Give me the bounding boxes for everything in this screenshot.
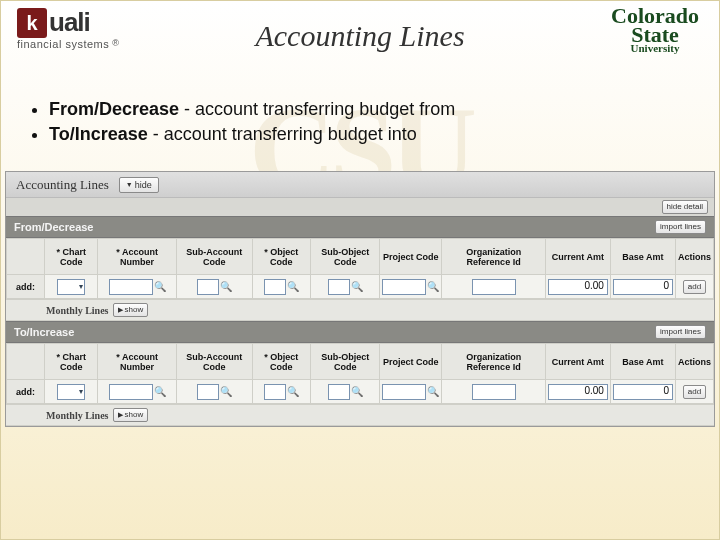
accounting-lines-panel: Accounting Lines ▼hide hide detail From/… (5, 171, 715, 427)
col-chart-code: * Chart Code (45, 344, 98, 380)
col-current-amt: Current Amt (545, 344, 610, 380)
sub-object-input[interactable] (328, 384, 350, 400)
header: k uali financial systems ® Accounting Li… (1, 1, 719, 71)
col-account-number: * Account Number (98, 239, 176, 275)
project-code-input[interactable] (382, 279, 426, 295)
col-sub-account: Sub-Account Code (176, 344, 252, 380)
chevron-right-icon: ▶ (118, 409, 123, 421)
col-sub-object: Sub-Object Code (311, 344, 380, 380)
slide: k uali financial systems ® Accounting Li… (0, 0, 720, 540)
section-from-decrease: From/Decrease import lines (6, 216, 714, 238)
section-title: From/Decrease (14, 221, 94, 233)
row-label-header (7, 344, 45, 380)
to-table: * Chart Code * Account Number Sub-Accoun… (6, 343, 714, 404)
col-object-code: * Object Code (252, 344, 311, 380)
import-lines-button[interactable]: import lines (655, 220, 706, 234)
search-icon[interactable]: 🔍 (154, 281, 166, 293)
panel-actions-top: hide detail (6, 198, 714, 216)
col-actions: Actions (675, 344, 713, 380)
bullet-list: From/Decrease - account transferring bud… (31, 99, 689, 149)
search-icon[interactable]: 🔍 (427, 281, 439, 293)
col-org-ref-id: Organization Reference Id (442, 239, 546, 275)
show-button[interactable]: ▶show (113, 408, 149, 422)
col-sub-object: Sub-Object Code (311, 239, 380, 275)
panel-header: Accounting Lines ▼hide (6, 172, 714, 198)
object-code-input[interactable] (264, 279, 286, 295)
add-button[interactable]: add (683, 280, 706, 294)
org-ref-id-input[interactable] (472, 279, 516, 295)
chart-code-select[interactable]: ▾ (57, 384, 85, 400)
add-row-label: add: (7, 275, 45, 299)
show-button[interactable]: ▶show (113, 303, 149, 317)
search-icon[interactable]: 🔍 (351, 386, 363, 398)
chevron-right-icon: ▶ (118, 304, 123, 316)
monthly-lines-label: Monthly Lines (46, 305, 109, 316)
row-label-header (7, 239, 45, 275)
col-base-amt: Base Amt (610, 239, 675, 275)
search-icon[interactable]: 🔍 (287, 281, 299, 293)
col-object-code: * Object Code (252, 239, 311, 275)
chevron-down-icon: ▾ (79, 282, 83, 291)
col-current-amt: Current Amt (545, 239, 610, 275)
col-account-number: * Account Number (98, 344, 176, 380)
monthly-lines-label: Monthly Lines (46, 410, 109, 421)
csu-logo: Colorado State University (611, 7, 699, 54)
account-number-input[interactable] (109, 279, 153, 295)
search-icon[interactable]: 🔍 (220, 281, 232, 293)
col-sub-account: Sub-Account Code (176, 239, 252, 275)
from-table: * Chart Code * Account Number Sub-Accoun… (6, 238, 714, 299)
org-ref-id-input[interactable] (472, 384, 516, 400)
project-code-input[interactable] (382, 384, 426, 400)
table-row: add: ▾ 🔍 🔍 🔍 🔍 🔍 0.00 0 add (7, 275, 714, 299)
search-icon[interactable]: 🔍 (220, 386, 232, 398)
chevron-down-icon: ▾ (79, 387, 83, 396)
table-header-row: * Chart Code * Account Number Sub-Accoun… (7, 239, 714, 275)
base-amt-input[interactable]: 0 (613, 279, 673, 295)
col-base-amt: Base Amt (610, 344, 675, 380)
section-to-increase: To/Increase import lines (6, 321, 714, 343)
search-icon[interactable]: 🔍 (287, 386, 299, 398)
current-amt-input[interactable]: 0.00 (548, 384, 608, 400)
import-lines-button[interactable]: import lines (655, 325, 706, 339)
add-row-label: add: (7, 380, 45, 404)
search-icon[interactable]: 🔍 (154, 386, 166, 398)
col-project-code: Project Code (380, 239, 442, 275)
panel-title: Accounting Lines (6, 177, 119, 193)
hide-button[interactable]: ▼hide (119, 177, 159, 193)
chart-code-select[interactable]: ▾ (57, 279, 85, 295)
sub-account-input[interactable] (197, 279, 219, 295)
chevron-down-icon: ▼ (126, 179, 133, 191)
base-amt-input[interactable]: 0 (613, 384, 673, 400)
col-project-code: Project Code (380, 344, 442, 380)
account-number-input[interactable] (109, 384, 153, 400)
sub-object-input[interactable] (328, 279, 350, 295)
col-chart-code: * Chart Code (45, 239, 98, 275)
bullet-item: To/Increase - account transferring budge… (49, 124, 689, 145)
current-amt-input[interactable]: 0.00 (548, 279, 608, 295)
table-header-row: * Chart Code * Account Number Sub-Accoun… (7, 344, 714, 380)
table-row: add: ▾ 🔍 🔍 🔍 🔍 🔍 0.00 0 add (7, 380, 714, 404)
section-title: To/Increase (14, 326, 74, 338)
search-icon[interactable]: 🔍 (351, 281, 363, 293)
add-button[interactable]: add (683, 385, 706, 399)
col-org-ref-id: Organization Reference Id (442, 344, 546, 380)
search-icon[interactable]: 🔍 (427, 386, 439, 398)
bullet-item: From/Decrease - account transferring bud… (49, 99, 689, 120)
hide-detail-button[interactable]: hide detail (662, 200, 708, 214)
col-actions: Actions (675, 239, 713, 275)
monthly-lines-bar: Monthly Lines ▶show (6, 299, 714, 321)
object-code-input[interactable] (264, 384, 286, 400)
monthly-lines-bar: Monthly Lines ▶show (6, 404, 714, 426)
sub-account-input[interactable] (197, 384, 219, 400)
